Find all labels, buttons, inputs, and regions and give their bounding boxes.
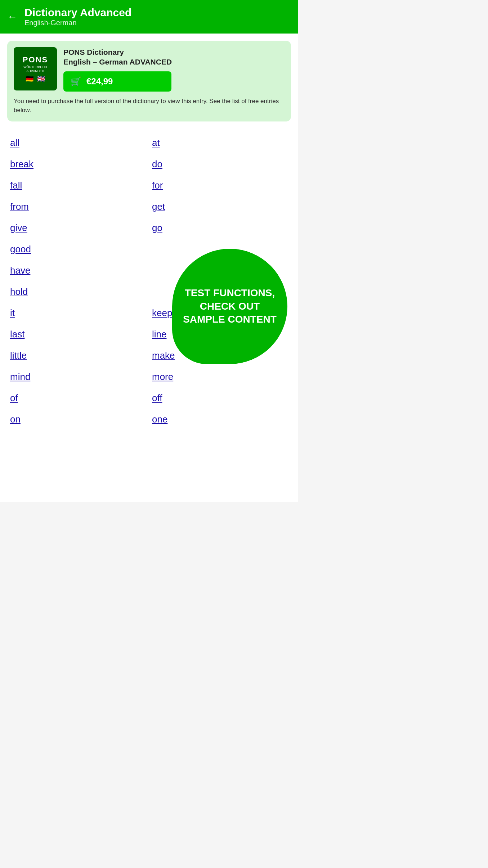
word-link[interactable]: all bbox=[10, 137, 19, 148]
word-link[interactable]: go bbox=[152, 222, 162, 233]
word-link[interactable]: more bbox=[152, 371, 173, 382]
word-link[interactable]: at bbox=[152, 137, 160, 148]
word-link[interactable]: on bbox=[10, 414, 21, 425]
header-text-container: Dictionary Advanced English-German bbox=[24, 6, 131, 27]
flag-de-icon: 🇩🇪 bbox=[24, 75, 35, 83]
list-item: more bbox=[149, 366, 291, 388]
word-link[interactable]: from bbox=[10, 201, 29, 212]
app-header: ← Dictionary Advanced English-German bbox=[0, 0, 298, 34]
list-item: good bbox=[7, 239, 149, 260]
product-info: PONS Dictionary English – German ADVANCE… bbox=[63, 47, 285, 92]
logo-pons-text: PONS bbox=[23, 55, 48, 65]
circle-text: TEST FUNCTIONS, CHECK OUT SAMPLE CONTENT bbox=[172, 279, 287, 333]
product-description: You need to purchase the full version of… bbox=[14, 97, 285, 115]
list-item: of bbox=[7, 388, 149, 409]
list-item: at bbox=[149, 132, 291, 154]
word-link[interactable]: one bbox=[152, 414, 167, 425]
list-item: one bbox=[149, 409, 291, 430]
back-button[interactable]: ← bbox=[7, 11, 17, 23]
list-item: last bbox=[7, 324, 149, 345]
word-link[interactable]: have bbox=[10, 265, 30, 276]
cart-icon: 🛒 bbox=[71, 76, 81, 87]
product-logo: PONS WÖRTERBUCHADVANCED 🇩🇪 🇬🇧 bbox=[14, 47, 57, 90]
list-item: off bbox=[149, 388, 291, 409]
list-item: fall bbox=[7, 175, 149, 196]
list-item: give bbox=[7, 217, 149, 239]
list-item: break bbox=[7, 154, 149, 175]
word-link[interactable]: line bbox=[152, 329, 166, 340]
list-item: have bbox=[7, 260, 149, 281]
word-link[interactable]: keep bbox=[152, 307, 172, 318]
list-item: on bbox=[7, 409, 149, 430]
product-card: PONS WÖRTERBUCHADVANCED 🇩🇪 🇬🇧 PONS Dicti… bbox=[7, 41, 291, 121]
word-link[interactable]: little bbox=[10, 350, 27, 361]
list-item: from bbox=[7, 196, 149, 217]
product-name: PONS Dictionary English – German ADVANCE… bbox=[63, 47, 285, 67]
floating-circle[interactable]: TEST FUNCTIONS, CHECK OUT SAMPLE CONTENT bbox=[172, 249, 287, 364]
logo-flags: 🇩🇪 🇬🇧 bbox=[24, 75, 46, 83]
word-link[interactable]: for bbox=[152, 180, 163, 191]
word-link[interactable]: off bbox=[152, 393, 162, 403]
word-link[interactable]: do bbox=[152, 159, 162, 169]
word-link[interactable]: fall bbox=[10, 180, 22, 191]
price-text: €24,99 bbox=[86, 76, 113, 87]
word-link[interactable]: give bbox=[10, 222, 27, 233]
list-item: go bbox=[149, 217, 291, 239]
header-title: Dictionary Advanced bbox=[24, 6, 131, 19]
list-item: for bbox=[149, 175, 291, 196]
list-item: mind bbox=[7, 366, 149, 388]
word-link[interactable]: it bbox=[10, 307, 15, 318]
word-link[interactable]: make bbox=[152, 350, 175, 361]
header-subtitle: English-German bbox=[24, 19, 131, 27]
word-link[interactable]: good bbox=[10, 244, 31, 254]
buy-button[interactable]: 🛒 €24,99 bbox=[63, 71, 171, 92]
list-item: all bbox=[7, 132, 149, 154]
flag-gb-icon: 🇬🇧 bbox=[36, 75, 46, 83]
list-item: do bbox=[149, 154, 291, 175]
word-link[interactable]: of bbox=[10, 393, 18, 403]
word-link[interactable]: break bbox=[10, 159, 33, 169]
list-item: little bbox=[7, 345, 149, 366]
word-link[interactable]: mind bbox=[10, 371, 30, 382]
logo-worterbuch-text: WÖRTERBUCHADVANCED bbox=[23, 65, 47, 73]
word-link[interactable]: last bbox=[10, 329, 24, 340]
list-item: hold bbox=[7, 281, 149, 302]
product-top: PONS WÖRTERBUCHADVANCED 🇩🇪 🇬🇧 PONS Dicti… bbox=[14, 47, 285, 92]
word-link[interactable]: get bbox=[152, 201, 165, 212]
list-item: it bbox=[7, 302, 149, 324]
list-item: get bbox=[149, 196, 291, 217]
word-link[interactable]: hold bbox=[10, 286, 28, 297]
